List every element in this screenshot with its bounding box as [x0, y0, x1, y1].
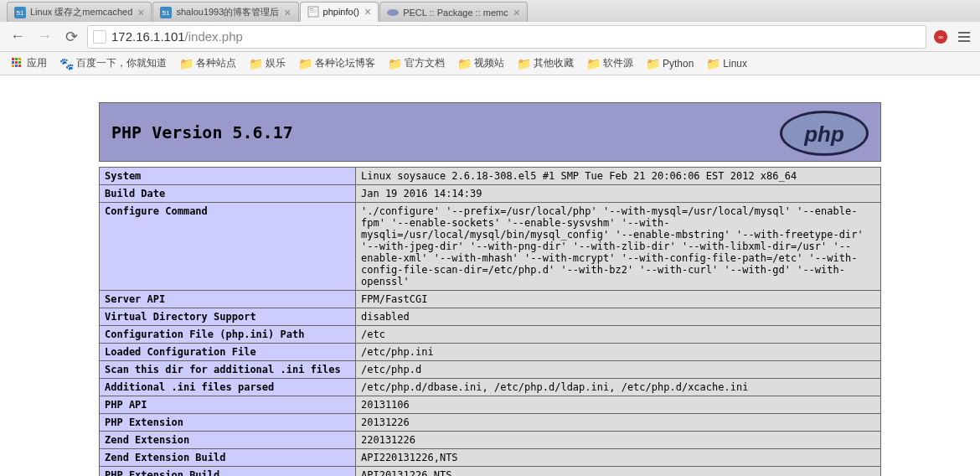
- table-row: Configure Command'./configure' '--prefix…: [100, 203, 881, 291]
- bookmark-folder[interactable]: 📁视频站: [452, 54, 509, 72]
- tab-title: phpinfo(): [323, 7, 359, 17]
- apps-label: 应用: [27, 56, 47, 70]
- bookmark-folder[interactable]: 📁其他收藏: [512, 54, 579, 72]
- table-row: Zend Extension220131226: [100, 432, 881, 449]
- close-icon[interactable]: ×: [364, 6, 371, 18]
- info-value: /etc: [356, 326, 881, 344]
- paw-icon: 🐾: [59, 57, 74, 70]
- page-content: PHP Version 5.6.17 php SystemLinux soysa…: [0, 75, 980, 476]
- favicon-icon: [387, 7, 399, 18]
- info-key: Zend Extension Build: [100, 449, 356, 467]
- phpinfo-table: SystemLinux soysauce 2.6.18-308.el5 #1 S…: [99, 167, 881, 476]
- address-bar[interactable]: 172.16.1.101/index.php: [87, 25, 926, 49]
- info-value: /etc/php.d/dbase.ini, /etc/php.d/ldap.in…: [356, 379, 881, 396]
- bookmark-folder[interactable]: 📁软件源: [581, 54, 638, 72]
- bookmark-folder[interactable]: 📁娱乐: [244, 54, 291, 72]
- info-value: API220131226,NTS: [356, 449, 881, 467]
- bookmark-label: Linux: [723, 58, 747, 70]
- info-value: Linux soysauce 2.6.18-308.el5 #1 SMP Tue…: [356, 168, 881, 185]
- reload-button[interactable]: ⟳: [60, 26, 82, 48]
- svg-point-8: [387, 9, 399, 16]
- page-icon: [93, 30, 106, 44]
- close-icon[interactable]: ×: [513, 7, 520, 18]
- table-row: Virtual Directory Supportdisabled: [100, 308, 881, 326]
- table-row: Additional .ini files parsed/etc/php.d/d…: [100, 379, 881, 396]
- url-host: 172.16.1.101: [111, 29, 185, 44]
- bookmark-label: 娱乐: [266, 56, 286, 70]
- bookmark-label: 官方文档: [405, 56, 445, 70]
- tab-title: Linux 缓存之memcached: [30, 6, 132, 18]
- browser-toolbar: ← → ⟳ 172.16.1.101/index.php ∞: [0, 22, 980, 52]
- info-value: API20131226,NTS: [356, 467, 881, 477]
- bookmark-label: 软件源: [603, 56, 633, 70]
- info-value: Jan 19 2016 14:14:39: [356, 185, 881, 203]
- folder-icon: 📁: [517, 57, 531, 70]
- folder-icon: 📁: [646, 57, 660, 70]
- bookmark-folder[interactable]: 📁官方文档: [383, 54, 450, 72]
- php-logo-icon: php: [778, 110, 870, 159]
- apps-button[interactable]: 应用: [7, 54, 52, 72]
- bookmark-baidu[interactable]: 🐾 百度一下，你就知道: [54, 54, 172, 72]
- favicon-icon: 51: [14, 7, 26, 18]
- info-key: Zend Extension: [100, 432, 356, 449]
- bookmark-folder[interactable]: 📁各种论坛博客: [293, 54, 380, 72]
- info-value: disabled: [356, 308, 881, 326]
- svg-text:51: 51: [17, 9, 24, 17]
- extension-icon[interactable]: ∞: [931, 28, 950, 46]
- browser-tab-strip: 51 Linux 缓存之memcached × 51 shalou1993的博客…: [0, 0, 980, 22]
- table-row: Zend Extension BuildAPI220131226,NTS: [100, 449, 881, 467]
- svg-rect-5: [310, 8, 313, 9]
- info-key: Server API: [100, 291, 356, 308]
- info-value: 20131226: [356, 414, 881, 432]
- info-key: Configuration File (php.ini) Path: [100, 326, 356, 344]
- info-key: Virtual Directory Support: [100, 308, 356, 326]
- close-icon[interactable]: ×: [284, 7, 291, 18]
- table-row: PHP API20131106: [100, 396, 881, 414]
- table-row: Loaded Configuration File/etc/php.ini: [100, 344, 881, 361]
- bookmark-folder[interactable]: 📁Python: [641, 55, 699, 72]
- info-key: PHP Extension: [100, 414, 356, 432]
- info-value: /etc/php.d: [356, 361, 881, 379]
- menu-button[interactable]: [955, 28, 973, 46]
- info-key: Scan this dir for additional .ini files: [100, 361, 356, 379]
- table-row: Build DateJan 19 2016 14:14:39: [100, 185, 881, 203]
- info-value: 220131226: [356, 432, 881, 449]
- phpinfo-header: PHP Version 5.6.17 php: [99, 102, 881, 162]
- favicon-icon: 51: [160, 7, 172, 18]
- table-row: PHP Extension20131226: [100, 414, 881, 432]
- svg-rect-7: [310, 12, 317, 13]
- back-button[interactable]: ←: [7, 26, 28, 48]
- svg-rect-6: [310, 10, 317, 11]
- info-value: 20131106: [356, 396, 881, 414]
- info-key: System: [100, 168, 356, 185]
- table-row: Configuration File (php.ini) Path/etc: [100, 326, 881, 344]
- browser-tab[interactable]: 51 Linux 缓存之memcached ×: [7, 2, 152, 22]
- browser-tab-active[interactable]: phpinfo() ×: [300, 2, 379, 22]
- browser-tab[interactable]: PECL :: Package :: memc ×: [379, 2, 528, 22]
- bookmark-label: 各种站点: [196, 56, 236, 70]
- table-row: Scan this dir for additional .ini files/…: [100, 361, 881, 379]
- url-path: /index.php: [185, 29, 243, 44]
- bookmark-folder[interactable]: 📁各种站点: [174, 54, 241, 72]
- info-key: Build Date: [100, 185, 356, 203]
- browser-tab[interactable]: 51 shalou1993的博客管理后 ×: [152, 2, 298, 22]
- svg-text:∞: ∞: [938, 34, 943, 41]
- info-value: FPM/FastCGI: [356, 291, 881, 308]
- forward-button[interactable]: →: [34, 26, 55, 48]
- info-key: Additional .ini files parsed: [100, 379, 356, 396]
- table-row: PHP Extension BuildAPI20131226,NTS: [100, 467, 881, 477]
- close-icon[interactable]: ×: [137, 7, 144, 18]
- bookmark-folder[interactable]: 📁Linux: [701, 55, 752, 72]
- bookmark-label: Python: [663, 58, 694, 70]
- info-value: /etc/php.ini: [356, 344, 881, 361]
- folder-icon: 📁: [249, 57, 263, 70]
- bookmark-label: 其他收藏: [534, 56, 574, 70]
- php-version-title: PHP Version 5.6.17: [100, 107, 880, 158]
- info-key: PHP Extension Build: [100, 467, 356, 477]
- favicon-icon: [307, 6, 319, 18]
- svg-text:51: 51: [162, 9, 170, 17]
- table-row: SystemLinux soysauce 2.6.18-308.el5 #1 S…: [100, 168, 881, 185]
- bookmark-label: 各种论坛博客: [315, 56, 375, 70]
- info-key: Configure Command: [100, 203, 356, 291]
- info-key: Loaded Configuration File: [100, 344, 356, 361]
